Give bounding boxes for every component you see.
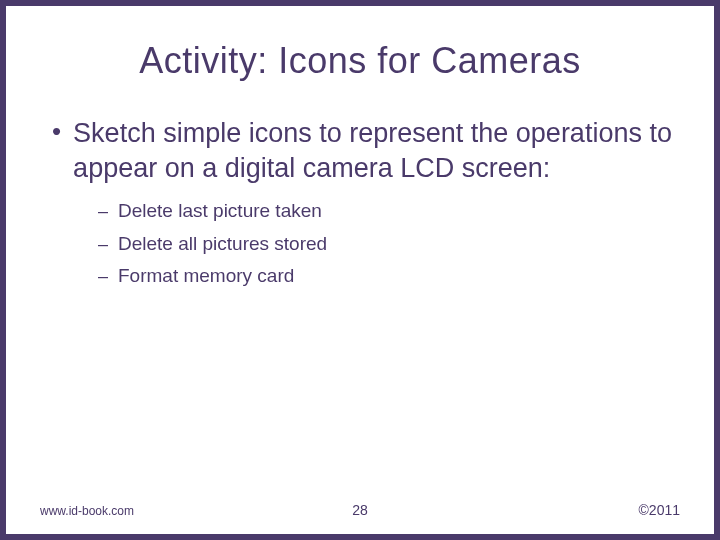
list-item: – Delete last picture taken (98, 199, 680, 224)
sub-bullet-list: – Delete last picture taken – Delete all… (98, 199, 680, 289)
dash-icon: – (98, 264, 108, 288)
slide-frame: Activity: Icons for Cameras • Sketch sim… (0, 0, 720, 540)
dash-icon: – (98, 199, 108, 223)
slide-title: Activity: Icons for Cameras (40, 40, 680, 82)
sub-item-text: Delete last picture taken (118, 199, 322, 224)
main-bullet: • Sketch simple icons to represent the o… (52, 116, 680, 185)
slide-footer: www.id-book.com 28 ©2011 (40, 502, 680, 518)
footer-url: www.id-book.com (40, 504, 134, 518)
sub-item-text: Delete all pictures stored (118, 232, 327, 257)
footer-copyright: ©2011 (639, 502, 680, 518)
list-item: – Delete all pictures stored (98, 232, 680, 257)
bullet-icon: • (52, 116, 61, 146)
sub-item-text: Format memory card (118, 264, 294, 289)
main-bullet-text: Sketch simple icons to represent the ope… (73, 116, 680, 185)
footer-page-number: 28 (352, 502, 368, 518)
dash-icon: – (98, 232, 108, 256)
list-item: – Format memory card (98, 264, 680, 289)
